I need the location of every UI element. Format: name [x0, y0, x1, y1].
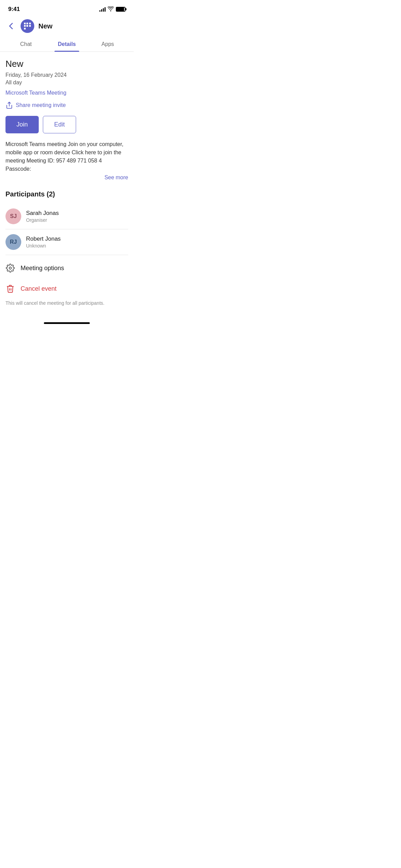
signal-icon: [99, 7, 106, 12]
participants-section: Participants (2) SJ Sarah Jonas Organise…: [5, 190, 128, 255]
header: New: [0, 16, 134, 37]
tab-apps[interactable]: Apps: [87, 37, 128, 51]
tabs-container: Chat Details Apps: [0, 37, 134, 52]
avatar-sj: SJ: [5, 208, 21, 224]
see-more-button[interactable]: See more: [5, 174, 128, 181]
join-button[interactable]: Join: [5, 116, 39, 133]
home-bar: [44, 322, 90, 324]
battery-icon: [116, 7, 125, 12]
action-buttons: Join Edit: [5, 116, 128, 133]
participant-role-rj: Unknown: [26, 243, 61, 249]
meeting-options-button[interactable]: Meeting options: [5, 258, 128, 278]
tab-chat[interactable]: Chat: [5, 37, 46, 51]
back-button[interactable]: [5, 21, 16, 32]
cancel-event-label: Cancel event: [21, 285, 57, 292]
meeting-allday: All day: [5, 80, 128, 86]
edit-button[interactable]: Edit: [43, 116, 76, 133]
meeting-date: Friday, 16 February 2024: [5, 72, 128, 78]
meeting-type: Microsoft Teams Meeting: [5, 90, 128, 96]
app-icon: [21, 19, 34, 33]
participant-item: RJ Robert Jonas Unknown: [5, 229, 128, 255]
share-meeting-invite-button[interactable]: Share meeting invite: [5, 101, 128, 109]
trash-icon: [5, 284, 15, 293]
gear-icon: [5, 263, 15, 273]
meeting-options-label: Meeting options: [21, 265, 64, 272]
wifi-icon: [108, 7, 114, 12]
meeting-description: Microsoft Teams meeting Join on your com…: [5, 140, 128, 173]
share-invite-label: Share meeting invite: [16, 102, 66, 108]
status-icons: [99, 7, 125, 12]
status-bar: 9:41: [0, 0, 134, 16]
participants-header: Participants (2): [5, 190, 128, 198]
participant-item: SJ Sarah Jonas Organiser: [5, 204, 128, 229]
participant-name-rj: Robert Jonas: [26, 236, 61, 242]
meeting-title: New: [5, 59, 128, 69]
participant-name-sj: Sarah Jonas: [26, 210, 59, 217]
svg-point-1: [9, 267, 12, 269]
status-time: 9:41: [8, 6, 20, 13]
main-content: New Friday, 16 February 2024 All day Mic…: [0, 52, 134, 320]
cancel-note: This will cancel the meeting for all par…: [5, 299, 128, 313]
participant-role-sj: Organiser: [26, 217, 59, 223]
home-indicator: [0, 320, 134, 327]
header-title: New: [38, 22, 52, 30]
options-section: Meeting options Cancel event This will c…: [5, 255, 128, 313]
avatar-rj: RJ: [5, 234, 21, 250]
cancel-event-button[interactable]: Cancel event: [5, 278, 128, 299]
tab-details[interactable]: Details: [46, 37, 87, 51]
